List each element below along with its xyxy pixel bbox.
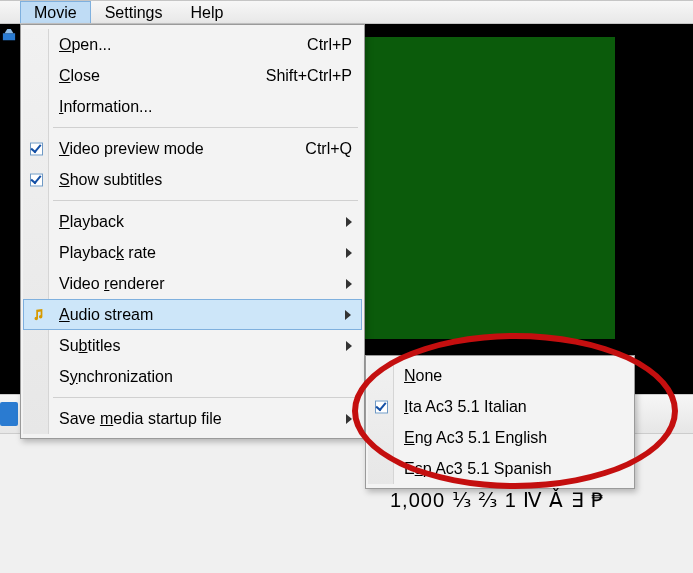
menu-information[interactable]: Information... [23, 91, 362, 122]
menu-separator [53, 397, 358, 398]
checkbox-icon [30, 142, 43, 155]
app-icon [2, 28, 16, 42]
submenu-italian[interactable]: Ita Ac3 5.1 Italian [368, 391, 632, 422]
submenu-arrow-icon [346, 217, 352, 227]
submenu-none[interactable]: None [368, 360, 632, 391]
music-note-icon [31, 308, 45, 322]
menubar-help[interactable]: Help [177, 1, 238, 23]
submenu-arrow-icon [346, 279, 352, 289]
checkbox-icon [375, 400, 388, 413]
menubar-movie[interactable]: Movie [20, 1, 91, 23]
menu-synchronization[interactable]: Synchronization [23, 361, 362, 392]
menu-separator [53, 200, 358, 201]
submenu-arrow-icon [346, 414, 352, 424]
menu-close[interactable]: Close Shift+Ctrl+P [23, 60, 362, 91]
menu-save-media-startup-file[interactable]: Save media startup file [23, 403, 362, 434]
svg-rect-0 [3, 33, 15, 40]
menubar: Movie Settings Help [0, 0, 693, 24]
menu-separator [53, 127, 358, 128]
menu-audio-stream[interactable]: Audio stream [23, 299, 362, 330]
menubar-settings[interactable]: Settings [91, 1, 177, 23]
menu-subtitles[interactable]: Subtitles [23, 330, 362, 361]
submenu-spanish[interactable]: Esp Ac3 5.1 Spanish [368, 453, 632, 484]
submenu-arrow-icon [346, 248, 352, 258]
submenu-arrow-icon [345, 310, 351, 320]
checkbox-icon [30, 173, 43, 186]
menu-playback[interactable]: Playback [23, 206, 362, 237]
menu-video-renderer[interactable]: Video renderer [23, 268, 362, 299]
submenu-english[interactable]: Eng Ac3 5.1 English [368, 422, 632, 453]
audio-stream-submenu: None Ita Ac3 5.1 Italian Eng Ac3 5.1 Eng… [365, 355, 635, 489]
menu-show-subtitles[interactable]: Show subtitles [23, 164, 362, 195]
menu-open[interactable]: Open... Ctrl+P [23, 29, 362, 60]
play-button[interactable] [0, 402, 18, 426]
movie-menu: Open... Ctrl+P Close Shift+Ctrl+P Inform… [20, 24, 365, 439]
background-sample-text: 1,000 ⅓ ⅔ 1 Ⅳ Ǎ ∃ ₱ [390, 488, 605, 512]
menu-playback-rate[interactable]: Playback rate [23, 237, 362, 268]
menu-video-preview-mode[interactable]: Video preview mode Ctrl+Q [23, 133, 362, 164]
submenu-arrow-icon [346, 341, 352, 351]
